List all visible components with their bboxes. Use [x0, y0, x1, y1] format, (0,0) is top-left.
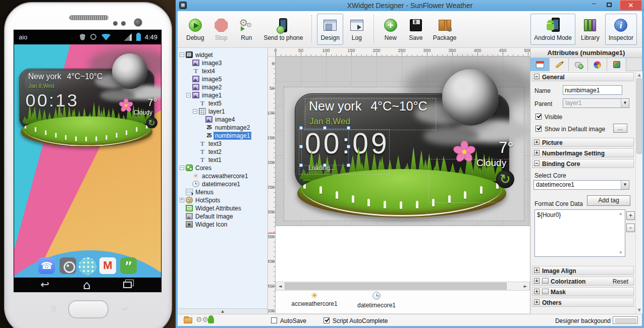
reset-button[interactable]: Reset: [613, 278, 628, 286]
tree-item-cores[interactable]: −Cores: [178, 163, 267, 172]
tree-item-image5[interactable]: image5: [178, 75, 267, 83]
section-colorization[interactable]: +Colorization Reset: [532, 277, 634, 286]
tree-item-widget-icon[interactable]: Widget Icon: [178, 220, 267, 228]
expand-icon[interactable]: +: [534, 150, 540, 155]
tree-plus-toggle-icon[interactable]: +: [180, 198, 184, 202]
tree-item-image4[interactable]: image4: [178, 115, 267, 123]
capacitive-back-button[interactable]: ↩: [122, 305, 128, 313]
add-tag-button[interactable]: Add tag: [587, 195, 630, 206]
core-accweathercore1[interactable]: ☀accweathercore1: [287, 292, 342, 307]
android-icon[interactable]: [208, 318, 214, 323]
tree-minus-toggle-icon[interactable]: −: [180, 166, 184, 170]
add-line-button[interactable]: +: [626, 211, 635, 220]
attributes-scrollbar[interactable]: ▲ ▼: [635, 71, 642, 314]
tab-3d[interactable]: [607, 58, 626, 71]
weather-widget[interactable]: New york4°C~10°CJan 8,Wed00:097°Cloudy↻L…: [295, 93, 509, 217]
current-temp-text[interactable]: 7°: [499, 139, 514, 157]
collapse-icon[interactable]: −: [534, 74, 540, 79]
toolbar-stop-button[interactable]: Stop: [209, 14, 233, 45]
toolbar-android-mode-button[interactable]: Android Mode: [530, 14, 575, 45]
toolbar-library-button[interactable]: Library: [577, 14, 603, 45]
maximize-button[interactable]: [603, 0, 616, 11]
tree-minus-toggle-icon[interactable]: −: [186, 93, 191, 97]
moon-icon[interactable]: [442, 69, 499, 126]
refresh-icon[interactable]: ↻: [146, 117, 157, 129]
tree-item-text4[interactable]: Ttext4: [178, 67, 267, 75]
tab-edit[interactable]: [550, 58, 569, 71]
show-default-checkbox[interactable]: [535, 126, 542, 132]
tree-scroll-strip[interactable]: ▲: [178, 308, 267, 314]
tree-item-text5[interactable]: Ttext5: [178, 99, 267, 107]
tree-item-image3[interactable]: image3: [178, 59, 267, 67]
expand-icon[interactable]: +: [534, 139, 540, 145]
tree-item-widget-attributes[interactable]: Widget Attributes: [178, 204, 267, 212]
minimize-button[interactable]: –: [587, 0, 601, 11]
canvas-horizontal-scrollbar[interactable]: ◄ ►: [276, 282, 530, 291]
selection-handle[interactable]: [347, 145, 350, 148]
tree-minus-toggle-icon[interactable]: −: [193, 109, 197, 114]
section-image-align[interactable]: +Image Align: [532, 266, 634, 275]
scroll-down-icon[interactable]: ▼: [619, 251, 622, 255]
format-core-data-textarea[interactable]: ${Hour0}: [534, 209, 625, 257]
toolbar-debug-button[interactable]: Debug: [183, 14, 207, 45]
title-bar[interactable]: XWidget Designer - SunFlower Weather – ✕: [176, 0, 644, 11]
app-drawer-icon[interactable]: [79, 257, 96, 275]
section-general[interactable]: −General: [532, 72, 634, 81]
tree-item-layer1[interactable]: −layer1: [178, 107, 267, 115]
tree-item-text1[interactable]: Ttext1: [178, 155, 267, 163]
tree-item-text3[interactable]: Ttext3: [178, 139, 267, 147]
expand-icon[interactable]: +: [534, 289, 540, 294]
collapse-icon[interactable]: −: [534, 160, 540, 166]
scroll-up-icon[interactable]: ▲: [636, 73, 642, 77]
physical-home-button[interactable]: [68, 300, 109, 318]
camera-icon[interactable]: [60, 257, 76, 274]
capacitive-menu-button[interactable]: ☰: [50, 305, 57, 313]
hangouts-icon[interactable]: ”: [120, 257, 137, 274]
tab-general[interactable]: [530, 58, 550, 71]
script-autocomplete-checkbox[interactable]: [324, 317, 330, 323]
selection-handle[interactable]: [299, 163, 303, 167]
scroll-right-icon[interactable]: ►: [521, 282, 529, 290]
toolbar-log-button[interactable]: Log: [345, 14, 368, 45]
toolbar-save-button[interactable]: Save: [404, 14, 427, 45]
scrollbar-thumb[interactable]: [285, 283, 507, 290]
folder-icon[interactable]: [184, 317, 192, 323]
tree-item-widget[interactable]: −widget: [178, 50, 267, 59]
remove-line-button[interactable]: -: [626, 224, 635, 232]
design-surface[interactable]: New york4°C~10°CJan 8,Wed00:097°Cloudy↻L…: [276, 57, 530, 226]
tree-minus-toggle-icon[interactable]: −: [180, 52, 184, 57]
scroll-down-icon[interactable]: ▼: [636, 308, 642, 312]
recents-icon[interactable]: [123, 282, 132, 288]
tree-item-image2[interactable]: image2: [178, 83, 267, 91]
scroll-left-icon[interactable]: ◄: [276, 282, 284, 290]
selection-handle[interactable]: [299, 126, 303, 130]
expand-icon[interactable]: +: [534, 267, 540, 273]
core-datetimecore1[interactable]: datetimecore1: [349, 292, 404, 309]
toolbar-inspector-button[interactable]: iInspector: [605, 14, 637, 45]
tree-item-menus[interactable]: Menus: [178, 188, 267, 196]
toolbar-send-to-phone-button[interactable]: Send to phone: [260, 14, 306, 45]
select-core-dropdown[interactable]: datetimecore1 ▼: [533, 180, 629, 190]
tree-item-image1[interactable]: −image1: [178, 91, 267, 99]
home-icon[interactable]: ⌂: [83, 278, 90, 292]
tree-item-numbimage2[interactable]: 25numbimage2: [178, 123, 267, 131]
expand-icon[interactable]: +: [534, 278, 540, 284]
section-numberimage[interactable]: +NumberImage Setting: [532, 148, 634, 157]
toolbar-new-button[interactable]: +New: [379, 14, 402, 45]
tree-item-default-image[interactable]: Default Image: [178, 212, 267, 220]
selection-handle[interactable]: [299, 145, 303, 148]
section-others[interactable]: +Others: [532, 298, 634, 307]
tree-item-datetimecore1[interactable]: datetimecore1: [178, 180, 267, 188]
tree-item-accweathercore1[interactable]: ☀accweathercore1: [178, 172, 267, 180]
tree-item-text2[interactable]: Ttext2: [178, 147, 267, 155]
back-icon[interactable]: ↩: [40, 279, 49, 291]
section-binding-core[interactable]: −Binding Core: [532, 159, 634, 168]
selection-handle[interactable]: [347, 163, 350, 167]
toolbar-package-button[interactable]: Package: [430, 14, 460, 45]
close-button[interactable]: ✕: [620, 0, 642, 11]
browse-button[interactable]: ...: [613, 124, 627, 133]
autosave-checkbox[interactable]: [271, 317, 277, 323]
tree-item-hotspots[interactable]: +HotSpots: [178, 196, 267, 204]
gears-icon[interactable]: ⚙⚙: [196, 315, 208, 323]
visible-checkbox[interactable]: [535, 114, 542, 120]
